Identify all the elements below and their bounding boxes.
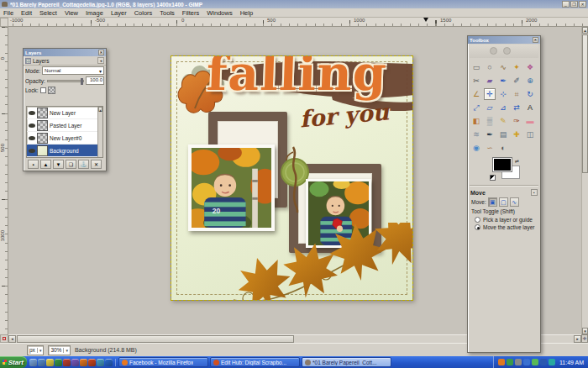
menu-select[interactable]: Select	[39, 9, 57, 17]
move-selection-button[interactable]: ▢	[499, 197, 508, 207]
tool-options-menu-button[interactable]: ▪	[531, 189, 538, 196]
layer-row-new-layer-0[interactable]: New Layer#0	[27, 132, 102, 145]
tray-icon-4[interactable]	[523, 359, 530, 365]
tool-eraser[interactable]: ▬	[524, 115, 536, 127]
menu-filters[interactable]: Filters	[182, 9, 199, 17]
maximize-button[interactable]: ❐	[570, 1, 578, 8]
tool-scissors-select[interactable]: ✂	[470, 75, 482, 87]
zoom-select[interactable]: 30% ▾	[48, 345, 71, 355]
swap-colors-icon[interactable]: ⇄	[515, 158, 519, 164]
radio-checked-icon[interactable]	[475, 224, 480, 230]
menu-view[interactable]: View	[65, 9, 78, 17]
tool-crop[interactable]: ⌗	[511, 88, 522, 100]
tool-color-picker[interactable]: ✐	[511, 75, 522, 87]
task-edit-hub[interactable]: Edit Hub: Digital Scrapbo...	[210, 357, 300, 367]
opacity-slider-knob[interactable]	[81, 78, 83, 85]
tool-dodge-burn[interactable]: ◐	[497, 142, 509, 154]
tool-blur-sharpen[interactable]: ◉	[470, 142, 482, 154]
tool-fuzzy-select[interactable]: ✦	[511, 61, 522, 73]
toolbox-titlebar[interactable]: Toolbox ✕	[468, 36, 540, 44]
canvas-navigation-button[interactable]: ✛	[581, 334, 588, 343]
vertical-ruler[interactable]: 05001000	[0, 27, 8, 334]
opacity-slider[interactable]	[47, 80, 84, 82]
radio-pick-layer[interactable]: Pick a layer or guide	[468, 215, 540, 223]
menu-image[interactable]: Image	[86, 9, 103, 17]
tool-pencil[interactable]: ✎	[497, 115, 509, 127]
ruler-corner[interactable]	[0, 18, 8, 27]
vertical-scroll-thumb[interactable]	[582, 34, 588, 173]
task-facebook-firefox[interactable]: Facebook - Mozilla Firefox	[118, 357, 208, 367]
quick-launch-2-icon[interactable]	[38, 359, 45, 366]
close-button[interactable]: ✕	[579, 1, 586, 8]
tool-blend[interactable]: ▒	[484, 115, 496, 127]
visibility-eye-icon[interactable]	[29, 124, 35, 128]
menu-layer[interactable]: Layer	[111, 9, 127, 17]
tool-perspective-clone[interactable]: ◫	[524, 129, 536, 140]
scroll-up-arrow[interactable]: ▴	[582, 27, 588, 34]
tool-perspective[interactable]: ⊿	[497, 102, 509, 113]
close-icon[interactable]: ✕	[533, 37, 538, 43]
quick-launch-6-icon[interactable]	[71, 359, 79, 366]
tool-shear[interactable]: ▱	[484, 102, 496, 113]
tool-measure[interactable]: ∠	[470, 88, 482, 100]
move-path-button[interactable]: ∿	[510, 197, 519, 207]
quick-launch-8-icon[interactable]	[88, 359, 96, 366]
quick-launch-5-icon[interactable]	[63, 359, 71, 366]
tray-icon-5[interactable]	[532, 359, 538, 365]
menu-help[interactable]: Help	[240, 9, 253, 17]
tool-clone[interactable]: ▤	[497, 129, 509, 140]
tool-move[interactable]: ✛	[484, 88, 496, 100]
menu-edit[interactable]: Edit	[21, 9, 32, 17]
opacity-value[interactable]: 100.0	[86, 76, 104, 85]
scroll-right-arrow[interactable]: ▸	[574, 335, 581, 343]
quick-launch-7-icon[interactable]	[80, 359, 87, 366]
menu-file[interactable]: File	[3, 9, 13, 17]
radio-icon[interactable]	[475, 217, 480, 223]
tool-foreground-select[interactable]: ▰	[484, 75, 496, 87]
quick-launch-4-icon[interactable]	[55, 359, 62, 366]
close-icon[interactable]: ✕	[98, 50, 104, 55]
menu-windows[interactable]: Windows	[207, 9, 232, 17]
mode-select[interactable]: Normal ▾	[42, 66, 104, 75]
tool-rectangle-select[interactable]: ▭	[470, 61, 482, 73]
quick-launch-9-icon[interactable]	[97, 359, 104, 366]
tool-paintbrush[interactable]: ✑	[511, 115, 522, 127]
tool-bucket-fill[interactable]: ◧	[470, 115, 482, 127]
tool-text[interactable]: A	[524, 102, 536, 113]
layer-row-new-layer[interactable]: New Layer	[27, 107, 102, 119]
lock-alpha-checkbox[interactable]	[40, 87, 46, 93]
layers-dialog-titlebar[interactable]: Layers ✕	[24, 49, 106, 56]
quick-launch-10-icon[interactable]	[105, 359, 113, 366]
minimize-button[interactable]: _	[562, 1, 570, 8]
delete-layer-button[interactable]: ✕	[91, 160, 102, 169]
quickmask-toggle[interactable]	[0, 334, 8, 343]
tool-scale[interactable]: ⤢	[470, 102, 482, 113]
tool-ellipse-select[interactable]: ○	[484, 61, 496, 73]
move-layer-button[interactable]: ▣	[488, 197, 497, 207]
visibility-eye-icon[interactable]	[29, 149, 35, 153]
scroll-down-arrow[interactable]: ▾	[582, 328, 588, 334]
layer-row-pasted-layer[interactable]: Pasted Layer	[27, 119, 102, 132]
tool-flip[interactable]: ⇄	[511, 102, 522, 113]
layer-row-background[interactable]: Background	[27, 145, 102, 157]
foreground-color-swatch[interactable]	[493, 158, 512, 171]
raise-layer-button[interactable]: ▲	[40, 160, 51, 169]
menu-tools[interactable]: Tools	[160, 9, 175, 17]
tab-menu-button[interactable]: ◂	[97, 57, 104, 64]
title-bar[interactable]: *01 Barely Papereil_Cottagedelia.jpg-1.0…	[0, 0, 588, 8]
scroll-up-arrow[interactable]: ▴	[98, 107, 102, 112]
new-layer-button[interactable]: ▪	[28, 160, 39, 169]
vertical-scrollbar[interactable]: ▴ ▾	[581, 27, 588, 334]
tool-airbrush[interactable]: ≋	[470, 129, 482, 140]
radio-move-active-layer[interactable]: Move the active layer	[468, 223, 540, 230]
layer-list-scrollbar[interactable]: ▴	[97, 107, 102, 157]
duplicate-layer-button[interactable]: ❏	[66, 160, 76, 169]
tray-icon-1[interactable]	[498, 359, 505, 365]
scroll-left-arrow[interactable]: ◂	[8, 335, 16, 343]
horizontal-scroll-thumb[interactable]	[17, 335, 294, 343]
menu-colors[interactable]: Colors	[134, 9, 153, 17]
anchor-layer-button[interactable]: ⚓	[78, 160, 89, 169]
tray-icon-7[interactable]	[549, 359, 555, 365]
unit-select[interactable]: px ▾	[27, 345, 44, 355]
tray-icon-6[interactable]	[540, 359, 547, 365]
